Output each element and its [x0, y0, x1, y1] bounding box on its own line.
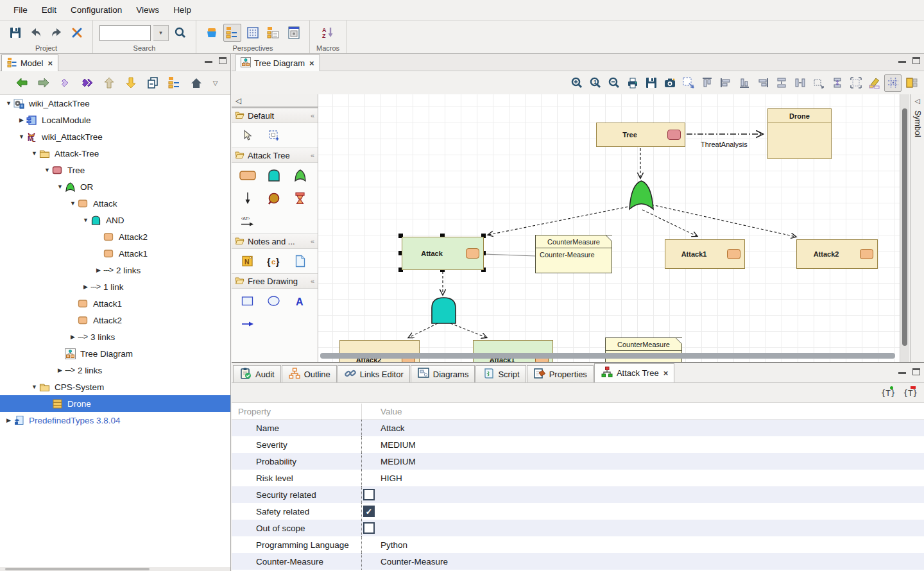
- collapse-arrow-icon[interactable]: ▼: [81, 217, 90, 223]
- palette-section-notes-and-[interactable]: Notes and ...«: [232, 234, 318, 249]
- tree-item-2-links[interactable]: ▶--->2 links: [0, 362, 230, 379]
- align-bottom-icon[interactable]: [735, 74, 753, 92]
- tree-item-drone[interactable]: Drone: [0, 395, 230, 412]
- expand-arrow-icon[interactable]: ▶: [94, 267, 103, 273]
- tab-script[interactable]: Script: [475, 365, 526, 382]
- collapse-arrow-icon[interactable]: ▼: [30, 384, 39, 390]
- save-icon[interactable]: [6, 24, 24, 42]
- attack2-node[interactable]: Attack2: [796, 239, 878, 269]
- expand-arrow-icon[interactable]: ▶: [55, 367, 65, 373]
- copy-icon[interactable]: [144, 74, 162, 92]
- tree-view-icon[interactable]: [166, 74, 184, 92]
- property-row-programming-language[interactable]: Programming LanguagePython: [232, 536, 924, 553]
- zoom-original-icon[interactable]: 1: [586, 74, 604, 92]
- checkbox-checked[interactable]: ✓: [363, 506, 375, 517]
- tab-tree-diagram[interactable]: Tree Diagram ×: [235, 55, 320, 71]
- distribute-vertical-icon[interactable]: [773, 74, 790, 92]
- close-icon[interactable]: ×: [309, 58, 314, 68]
- search-input[interactable]: [99, 25, 151, 41]
- tab-model[interactable]: Model ×: [1, 55, 58, 71]
- collapse-arrow-icon[interactable]: ▼: [55, 183, 65, 190]
- collapse-arrow-icon[interactable]: ▼: [68, 200, 78, 207]
- constraint-tool[interactable]: {c}: [261, 253, 287, 269]
- home-icon[interactable]: [187, 74, 205, 92]
- menu-configuration[interactable]: Configuration: [64, 0, 129, 20]
- undo-icon[interactable]: [27, 24, 45, 42]
- select-area-tool[interactable]: [261, 127, 287, 144]
- maximize-icon[interactable]: [912, 57, 920, 64]
- down-arrow-icon[interactable]: [122, 74, 140, 92]
- checkbox-unchecked[interactable]: [363, 522, 375, 534]
- menu-help[interactable]: Help: [166, 0, 198, 20]
- rect-tool[interactable]: [234, 293, 261, 309]
- property-row-name[interactable]: NameAttack: [232, 420, 924, 436]
- property-row-counter-measure[interactable]: Counter-MeasureCounter-Measure: [232, 553, 924, 570]
- maximize-icon[interactable]: [219, 57, 227, 64]
- section-collapse-icon[interactable]: «: [311, 237, 314, 245]
- zoom-out-icon[interactable]: [605, 74, 622, 92]
- tree-item-attack2[interactable]: Attack2: [0, 312, 230, 328]
- expand-arrow-icon[interactable]: ▶: [68, 334, 78, 340]
- text-tool[interactable]: A: [287, 293, 313, 309]
- tree-item-predefinedtypes-3-8-04[interactable]: ▶PredefinedTypes 3.8.04: [0, 412, 230, 429]
- property-row-security-related[interactable]: Security related: [232, 486, 924, 503]
- up-arrow-icon[interactable]: [100, 74, 118, 92]
- align-left-icon[interactable]: [717, 74, 734, 92]
- cursor-tool[interactable]: [234, 127, 261, 144]
- document-tool[interactable]: [287, 253, 313, 269]
- close-icon[interactable]: ×: [663, 368, 669, 378]
- property-row-safety-related[interactable]: Safety related✓: [232, 503, 924, 520]
- add-attribute-button[interactable]: {T}: [881, 388, 896, 398]
- note-tool[interactable]: N: [234, 253, 261, 269]
- tree-item-and[interactable]: ▼AND: [0, 212, 230, 228]
- bucket-icon[interactable]: [203, 24, 221, 42]
- menu-file[interactable]: File: [6, 0, 35, 20]
- diagram-canvas[interactable]: Tree Drone ThreatAnalysis Attack Counter…: [318, 94, 900, 362]
- redo-icon[interactable]: [47, 24, 65, 42]
- canvas-vscrollbar[interactable]: [900, 94, 909, 362]
- property-row-risk-level[interactable]: Risk levelHIGH: [232, 470, 924, 486]
- drone-node[interactable]: Drone: [767, 108, 832, 159]
- view-menu-icon[interactable]: ▽: [213, 80, 218, 87]
- distribute-horizontal-icon[interactable]: [791, 74, 809, 92]
- section-collapse-icon[interactable]: «: [311, 112, 314, 119]
- grid-perspective-icon[interactable]: [244, 24, 262, 42]
- screenshot-icon[interactable]: [661, 74, 678, 92]
- canvas-hscrollbar[interactable]: [318, 353, 900, 359]
- tree-item-or[interactable]: ▼OR: [0, 178, 230, 195]
- print-icon[interactable]: [624, 74, 641, 92]
- zoom-in-icon[interactable]: [568, 74, 585, 92]
- tab-properties[interactable]: Properties: [527, 365, 594, 382]
- diamond-dark-icon[interactable]: [78, 74, 96, 92]
- diamond-light-icon[interactable]: [56, 74, 74, 92]
- tree-root-node[interactable]: Tree: [596, 123, 685, 147]
- timer-tool[interactable]: [287, 190, 313, 207]
- symbol-panel-collapsed[interactable]: ◁ Symbol: [910, 94, 924, 362]
- collapse-arrow-icon[interactable]: ▼: [17, 133, 26, 140]
- sort-az-icon[interactable]: AZ: [319, 24, 337, 42]
- symbol-panel-icon[interactable]: [903, 74, 920, 92]
- tree-item-cps-system[interactable]: ▼CPS-System: [0, 379, 230, 395]
- and-gate-tool[interactable]: [261, 167, 287, 183]
- resize-icon[interactable]: [810, 74, 827, 92]
- align-top-icon[interactable]: [698, 74, 715, 92]
- palette-section-free-drawing[interactable]: Free Drawing«: [232, 273, 318, 289]
- sequence-tool[interactable]: [261, 190, 287, 207]
- attack1-node[interactable]: Attack1: [665, 239, 745, 269]
- minimize-icon[interactable]: [898, 368, 906, 374]
- tab-outline[interactable]: Outline: [282, 365, 337, 382]
- tree-item-attack2[interactable]: Attack2: [0, 228, 230, 245]
- model-tree-hscrollbar[interactable]: [0, 567, 230, 571]
- attack-node[interactable]: Attack: [402, 237, 484, 270]
- tree-item-tree-diagram[interactable]: Tree Diagram: [0, 345, 230, 362]
- section-collapse-icon[interactable]: «: [311, 151, 314, 159]
- tree-item-attack1[interactable]: Attack1: [0, 245, 230, 262]
- collapse-arrow-icon[interactable]: ▼: [42, 167, 52, 173]
- at-link-tool[interactable]: ‹AT›: [234, 213, 261, 230]
- section-collapse-icon[interactable]: «: [311, 277, 314, 285]
- tab-diagrams[interactable]: Diagrams: [411, 365, 475, 382]
- tab-links-editor[interactable]: Links Editor: [338, 365, 410, 382]
- attack-node-tool[interactable]: [234, 167, 261, 183]
- tools-icon[interactable]: [68, 24, 86, 42]
- minimize-icon[interactable]: [898, 57, 906, 63]
